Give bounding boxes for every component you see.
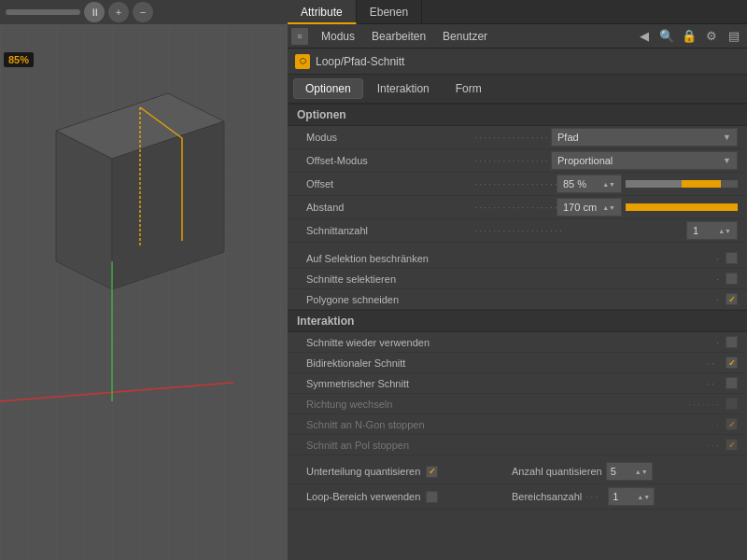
auf-selektion-label: Auf Selektion beschränken bbox=[306, 253, 716, 264]
viewport-scene bbox=[0, 0, 288, 560]
loop-bereich-checkbox[interactable] bbox=[426, 491, 438, 503]
richtung-checkbox[interactable] bbox=[726, 398, 738, 410]
modus-dropdown[interactable]: Pfad ▼ bbox=[551, 128, 738, 147]
subtab-optionen[interactable]: Optionen bbox=[293, 78, 363, 99]
search-icon[interactable]: 🔍 bbox=[657, 27, 676, 46]
menu-bar: ≡ Modus Bearbeiten Benutzer ◀ 🔍 🔒 ⚙ ▤ bbox=[288, 24, 747, 49]
abstand-label: Abstand bbox=[306, 202, 474, 213]
checkbox-ngon: Schnitt an N-Gon stoppen · bbox=[288, 414, 747, 435]
prop-row-modus: Modus ··················· Pfad ▼ bbox=[288, 126, 747, 149]
prop-row-schnittanzahl: Schnittanzahl ··················· 1 ▲▼ bbox=[288, 219, 747, 243]
unterteilung-checkbox[interactable] bbox=[426, 466, 438, 478]
menu-benutzer[interactable]: Benutzer bbox=[435, 24, 495, 49]
offset-label: Offset bbox=[306, 178, 474, 189]
checkbox-schnitte-wieder: Schnitte wieder verwenden · bbox=[288, 332, 747, 353]
auf-selektion-checkbox[interactable] bbox=[726, 252, 738, 264]
add-button[interactable]: + bbox=[108, 2, 129, 22]
menu-grid-icon: ≡ bbox=[291, 28, 308, 45]
checkbox-symmetrisch: Symmetrischer Schnitt ·· bbox=[288, 373, 747, 394]
remove-button[interactable]: − bbox=[133, 2, 153, 22]
pause-button[interactable]: ⏸ bbox=[84, 2, 105, 22]
unterteilung-label: Unterteilung quantisieren bbox=[306, 466, 420, 477]
tab-ebenen[interactable]: Ebenen bbox=[357, 0, 422, 24]
schnitte-selektieren-checkbox[interactable] bbox=[726, 273, 738, 285]
pol-checkbox[interactable] bbox=[726, 439, 738, 451]
offset-dots: ··················· bbox=[474, 178, 557, 189]
offset-input[interactable]: 85 % ▲▼ bbox=[557, 175, 622, 193]
viewport-toolbar: ⏸ + − bbox=[0, 0, 288, 24]
subtab-form[interactable]: Form bbox=[444, 78, 494, 99]
schnittanzahl-dots: ··················· bbox=[474, 225, 686, 236]
quant-row-unterteilung: Unterteilung quantisieren Anzahl quantis… bbox=[288, 459, 747, 484]
schnitte-wieder-checkbox[interactable] bbox=[726, 336, 738, 348]
lock-icon[interactable]: 🔒 bbox=[680, 27, 698, 46]
subtab-interaktion[interactable]: Interaktion bbox=[365, 78, 442, 99]
checkbox-auf-selektion: Auf Selektion beschränken · bbox=[288, 248, 747, 269]
attribute-panel: Attribute Ebenen ≡ Modus Bearbeiten Benu… bbox=[288, 0, 747, 560]
section-header: ⬡ Loop/Pfad-Schnitt bbox=[288, 49, 747, 75]
optionen-group-label: Optionen bbox=[288, 104, 747, 126]
offset-bar bbox=[626, 180, 738, 188]
offset-modus-dots: ··················· bbox=[474, 155, 551, 166]
schnittanzahl-label: Schnittanzahl bbox=[306, 225, 474, 236]
offset-modus-label: Offset-Modus bbox=[306, 155, 474, 166]
checkbox-bidirektional: Bidirektionaler Schnitt ·· bbox=[288, 353, 747, 373]
menu-modus[interactable]: Modus bbox=[314, 24, 362, 49]
anzahl-quantisieren-input[interactable]: 5 ▲▼ bbox=[606, 462, 653, 481]
settings-icon[interactable]: ⚙ bbox=[702, 27, 721, 46]
section-title: Loop/Pfad-Schnitt bbox=[316, 55, 404, 68]
panel-tab-bar: Attribute Ebenen bbox=[288, 0, 747, 24]
bereichsanzahl-input[interactable]: 1 ▲▼ bbox=[608, 487, 655, 506]
abstand-dots: ··················· bbox=[474, 202, 557, 213]
prop-row-offset: Offset ··················· 85 % ▲▼ bbox=[288, 173, 747, 196]
bidirektional-checkbox[interactable] bbox=[726, 357, 738, 369]
checkbox-pol: Schnitt an Pol stoppen ··· bbox=[288, 435, 747, 455]
abstand-input[interactable]: 170 cm ▲▼ bbox=[557, 198, 622, 217]
viewport: ⏸ + − 85% bbox=[0, 0, 288, 560]
back-icon[interactable]: ◀ bbox=[635, 27, 654, 46]
zoom-badge: 85% bbox=[4, 52, 34, 67]
polygone-schneiden-checkbox[interactable] bbox=[726, 293, 738, 305]
interaktion-group-label: Interaktion bbox=[288, 310, 747, 332]
polygone-schneiden-label: Polygone schneiden bbox=[306, 294, 716, 305]
abstand-bar bbox=[626, 203, 738, 211]
svg-marker-3 bbox=[56, 131, 112, 289]
anzahl-quantisieren-label: Anzahl quantisieren bbox=[512, 466, 602, 477]
quant-row-loop: Loop-Bereich verwenden Bereichsanzahl ··… bbox=[288, 484, 747, 510]
tab-attribute[interactable]: Attribute bbox=[288, 0, 357, 24]
ngon-label: Schnitt an N-Gon stoppen bbox=[306, 419, 716, 430]
prop-row-abstand: Abstand ··················· 170 cm ▲▼ bbox=[288, 196, 747, 219]
prop-row-offset-modus: Offset-Modus ··················· Proport… bbox=[288, 149, 747, 173]
menu-list-icon[interactable]: ▤ bbox=[725, 27, 743, 46]
schnitte-wieder-label: Schnitte wieder verwenden bbox=[306, 337, 716, 348]
bereichsanzahl-label: Bereichsanzahl bbox=[512, 491, 582, 502]
modus-label: Modus bbox=[306, 132, 474, 143]
richtung-label: Richtung wechseln bbox=[306, 399, 688, 410]
svg-rect-1 bbox=[0, 0, 288, 560]
symmetrisch-label: Symmetrischer Schnitt bbox=[306, 378, 707, 389]
bidirektional-label: Bidirektionaler Schnitt bbox=[306, 357, 707, 369]
offset-modus-dropdown[interactable]: Proportional ▼ bbox=[551, 151, 738, 170]
modus-dots: ··················· bbox=[474, 132, 551, 143]
panel-content: Optionen Modus ··················· Pfad … bbox=[288, 104, 747, 560]
symmetrisch-checkbox[interactable] bbox=[726, 377, 738, 389]
checkbox-schnitte-selektieren: Schnitte selektieren · bbox=[288, 269, 747, 289]
schnitte-selektieren-label: Schnitte selektieren bbox=[306, 273, 716, 285]
loop-bereich-label: Loop-Bereich verwenden bbox=[306, 491, 420, 502]
checkbox-polygone-schneiden: Polygone schneiden · bbox=[288, 289, 747, 310]
pol-label: Schnitt an Pol stoppen bbox=[306, 440, 707, 451]
checkbox-richtung: Richtung wechseln ······· bbox=[288, 394, 747, 414]
section-icon: ⬡ bbox=[295, 54, 310, 69]
schnittanzahl-input[interactable]: 1 ▲▼ bbox=[686, 221, 738, 240]
menu-bearbeiten[interactable]: Bearbeiten bbox=[364, 24, 433, 49]
ngon-checkbox[interactable] bbox=[726, 418, 738, 430]
sub-tab-bar: Optionen Interaktion Form bbox=[288, 75, 747, 104]
